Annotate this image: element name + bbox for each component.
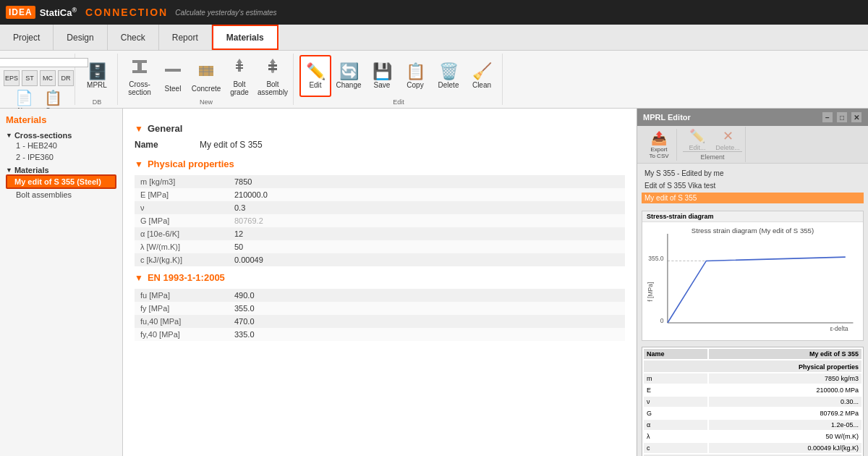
svg-rect-15 [268, 64, 277, 67]
toolbar-edit-group: ✏️ Edit 🔄 Change 💾 Save 📋 Copy 🗑️ [295, 54, 503, 105]
svg-rect-0 [132, 60, 147, 63]
sidebar-item-ipe360[interactable]: 2 - IPE360 [6, 151, 116, 163]
db-group-label: DB [93, 97, 102, 106]
mprl-titlebar: MPRL Editor − □ ✕ [637, 109, 868, 126]
svg-rect-3 [165, 69, 181, 72]
tab-materials[interactable]: Materials [212, 25, 278, 50]
mprl-prop-row: λ50 W/(m.K) [644, 431, 861, 442]
tab-project[interactable]: Project [0, 25, 54, 50]
st-btn[interactable]: ST [22, 70, 38, 86]
delete-btn[interactable]: 🗑️ Delete [433, 55, 464, 97]
cross-section-icon [129, 56, 150, 79]
mprl-close-btn[interactable]: ✕ [851, 111, 862, 123]
mc-btn[interactable]: MC [40, 70, 56, 86]
toolbar-db-group: 🗄️ MPRL DB [77, 54, 118, 105]
sidebar-section-cross-sections-header[interactable]: ▼ Cross-sections [6, 131, 116, 140]
mprl-delete-btn[interactable]: ✕ Delete... [713, 128, 742, 151]
physical-prop-row: c [kJ/(kg.K)]0.00049 [135, 253, 625, 266]
sidebar-item-bolt-assemblies[interactable]: Bolt assemblies [6, 189, 116, 200]
svg-rect-2 [132, 70, 147, 73]
connection-label: CONNECTION [85, 7, 168, 18]
cross-section-btn[interactable]: Cross-section [124, 55, 156, 97]
name-value: My edit of S 355 [200, 140, 263, 150]
dr-btn[interactable]: DR [58, 70, 74, 86]
mprl-table-col1: Name [644, 349, 707, 359]
physical-props-title: Physical properties [148, 159, 234, 169]
new-icon: 📄 [15, 89, 33, 106]
eps-btn[interactable]: EPS [4, 70, 20, 86]
physical-props-header: ▼ Physical properties [135, 159, 625, 169]
bolt-grade-btn[interactable]: Bolt grade [224, 55, 255, 97]
sidebar-item-heb240[interactable]: 1 - HEB240 [6, 140, 116, 151]
stress-strain-chart: Stress strain diagram (My edit of S 355)… [642, 222, 863, 334]
tab-check[interactable]: Check [108, 25, 159, 50]
mprl-list-item-2[interactable]: My edit of S 355 [642, 193, 864, 203]
svg-rect-12 [236, 67, 243, 69]
app-subtitle: Calculate yesterday's estimates [175, 9, 276, 17]
main-content: Materials ▼ Cross-sections 1 - HEB240 2 … [0, 109, 868, 456]
logo-idea: IDEA [6, 6, 35, 19]
change-btn[interactable]: 🔄 Change [333, 55, 365, 97]
mprl-prop-row: m7850 kg/m3 [644, 373, 861, 384]
mprl-edit-btn[interactable]: ✏️ Edit... [683, 128, 712, 151]
mprl-export-btn[interactable]: 📤 ExportTo CSV [644, 130, 673, 159]
triangle-en: ▼ [135, 273, 143, 283]
svg-text:0: 0 [660, 317, 664, 324]
en-props-table: fu [MPa]490.0fy [MPa]355.0fu,40 [MPa]470… [135, 289, 625, 341]
general-section-title: General [148, 123, 182, 134]
mprl-title: MPRL Editor [643, 113, 691, 122]
mprl-btn[interactable]: 🗄️ MPRL [81, 55, 113, 97]
svg-rect-4 [199, 66, 213, 76]
name-row: Name My edit of S 355 [135, 140, 625, 150]
mprl-list-item-1[interactable]: Edit of S 355 Vika test [642, 180, 864, 191]
physical-prop-row: λ [W/(m.K)]50 [135, 240, 625, 253]
en-prop-row: fy [MPa]355.0 [135, 302, 625, 315]
physical-prop-row: E [MPa]210000.0 [135, 188, 625, 201]
new-buttons: Cross-section Steel [124, 55, 289, 97]
en-section-title: EN 1993-1-1:2005 [148, 272, 225, 283]
mprl-list-item-0[interactable]: My S 355 - Edited by me [642, 168, 864, 179]
sidebar-materials: ▼ Materials My edit of S 355 (Steel) Bol… [6, 166, 116, 200]
mprl-list-area: My S 355 - Edited by me Edit of S 355 Vi… [637, 164, 868, 208]
ribbon-bar: Project Design Check Report Materials [0, 25, 868, 51]
mprl-edit-icon: ✏️ [689, 128, 705, 144]
mprl-toolbar-group1: 📤 ExportTo CSV [642, 129, 677, 161]
save-btn[interactable]: 💾 Save [366, 55, 398, 97]
mprl-panel: MPRL Editor − □ ✕ 📤 ExportTo CSV [637, 109, 868, 456]
tab-design[interactable]: Design [54, 25, 107, 50]
steel-btn[interactable]: Steel [157, 55, 189, 97]
chart-canvas: Stress strain diagram (My edit of S 355)… [642, 222, 863, 334]
chevron-down-icon: ▼ [6, 132, 12, 139]
sidebar-section-materials-header[interactable]: ▼ Materials [6, 166, 116, 174]
svg-point-17 [271, 70, 274, 73]
mprl-maximize-btn[interactable]: □ [836, 111, 848, 123]
mprl-toolbar: 📤 ExportTo CSV ✏️ Edit... ✕ Delete... [637, 126, 868, 164]
clean-btn[interactable]: 🧹 Clean [466, 55, 498, 97]
en-prop-row: fu [MPa]490.0 [135, 289, 625, 302]
mprl-table-col2: My edit of S 355 [709, 349, 861, 359]
tab-report[interactable]: Report [159, 25, 212, 50]
sidebar-cross-sections: ▼ Cross-sections 1 - HEB240 2 - IPE360 [6, 131, 116, 163]
chart-tab[interactable]: Stress-strain diagram [647, 213, 714, 220]
triangle-physical: ▼ [135, 159, 143, 169]
search-input[interactable] [0, 58, 88, 67]
mprl-prop-row: α1.2e-05... [644, 420, 861, 430]
logo-staticа: StatiCa® [40, 7, 77, 18]
copy-btn[interactable]: 📋 Copy [399, 55, 431, 97]
mprl-prop-row: G80769.2 MPa [644, 408, 861, 418]
triangle-general: ▼ [135, 124, 143, 134]
mprl-title-buttons: − □ ✕ [822, 111, 862, 123]
en-prop-row: fy,40 [MPa]335.0 [135, 328, 625, 341]
svg-rect-1 [137, 63, 142, 70]
edit-btn[interactable]: ✏️ Edit [299, 55, 331, 97]
mprl-section-label: Element [683, 151, 742, 161]
mprl-prop-row: E210000.0 MPa [644, 385, 861, 395]
mprl-minimize-btn[interactable]: − [822, 111, 833, 123]
bolt-assembly-btn[interactable]: Bolt assembly [257, 55, 289, 97]
sidebar-item-my-edit-s355[interactable]: My edit of S 355 (Steel) [6, 174, 116, 189]
concrete-btn[interactable]: Concrete [190, 55, 222, 97]
svg-text:Stress strain diagram (My edit: Stress strain diagram (My edit of S 355) [692, 227, 814, 235]
toolbar-new-group: Cross-section Steel [119, 54, 294, 105]
svg-text:f [MPa]: f [MPa] [647, 282, 654, 302]
sidebar-title: Materials [6, 114, 116, 125]
